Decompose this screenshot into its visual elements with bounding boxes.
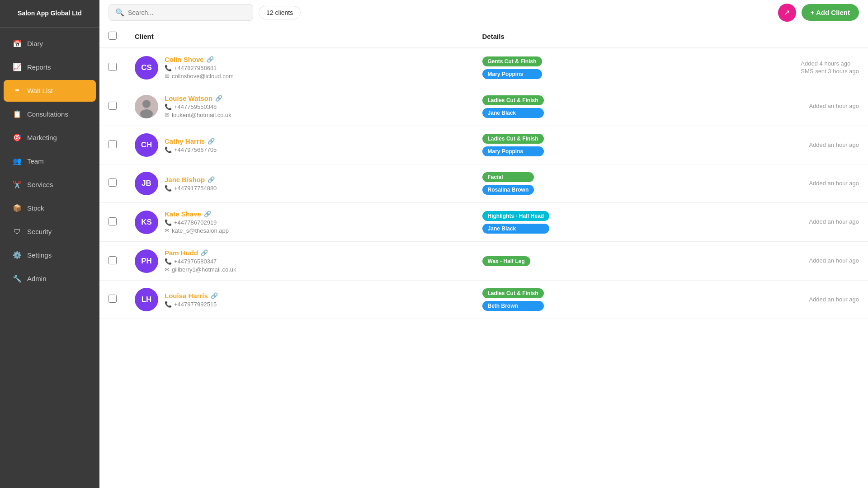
client-name[interactable]: Colin Shove 🔗 [165, 56, 234, 63]
client-cell: CH Cathy Harris 🔗 📞 +447975667705 [135, 133, 464, 157]
client-info: Jane Bishop 🔗 📞 +447917754880 [165, 176, 217, 192]
table-row: KS Kate Shave 🔗 📞 +447786702919 ✉ kate_s… [99, 203, 868, 242]
client-email: ✉ colinshove@icloud.com [165, 73, 234, 80]
row-checkbox-louisa-harris[interactable] [108, 295, 117, 303]
service-tag: Facial [482, 172, 534, 182]
email-icon: ✉ [165, 266, 170, 273]
avatar [135, 95, 158, 118]
client-name[interactable]: Louise Watson 🔗 [165, 94, 231, 102]
search-box[interactable]: 🔍 [108, 4, 253, 21]
sidebar-item-services[interactable]: ✂️ Services [4, 174, 96, 196]
sidebar-item-reports[interactable]: 📈 Reports [4, 56, 96, 78]
row-checkbox-louise-watson[interactable] [108, 102, 117, 110]
sidebar-item-label-marketing: Marketing [27, 134, 57, 141]
avatar: KS [135, 211, 158, 234]
added-text: Added an hour ago [809, 180, 859, 187]
staff-tag: Jane Black [482, 108, 544, 118]
reports-icon: 📈 [13, 63, 22, 72]
staff-tag: Mary Poppins [482, 69, 542, 79]
client-cell: PH Pam Hudd 🔗 📞 +447976580347 ✉ gillberr… [135, 249, 464, 273]
client-name[interactable]: Kate Shave 🔗 [165, 210, 229, 218]
export-button[interactable]: ↗ [778, 4, 796, 22]
client-info: Louisa Harris 🔗 📞 +447977992515 [165, 292, 218, 308]
client-info: Pam Hudd 🔗 📞 +447976580347 ✉ gillberry1@… [165, 249, 236, 273]
sidebar-item-settings[interactable]: ⚙️ Settings [4, 244, 96, 266]
details-cell: Ladies Cut & Finish Jane Black Added an … [482, 95, 859, 118]
client-info: Colin Shove 🔗 📞 +447827968681 ✉ colinsho… [165, 56, 234, 80]
settings-icon: ⚙️ [13, 251, 22, 260]
added-info: Added an hour ago [809, 103, 859, 110]
sidebar-item-waitlist[interactable]: ≡ Wait List [4, 80, 96, 102]
row-checkbox-pam-hudd[interactable] [108, 256, 117, 264]
export-icon: ↗ [784, 8, 790, 17]
marketing-icon: 🎯 [13, 133, 22, 142]
row-checkbox-kate-shave[interactable] [108, 217, 117, 225]
staff-tag: Mary Poppins [482, 146, 544, 156]
added-info: Added an hour ago [809, 180, 859, 188]
client-email: ✉ loukent@hotmail.co.uk [165, 112, 231, 118]
avatar: PH [135, 249, 158, 273]
security-icon: 🛡 [13, 227, 22, 236]
details-cell: Ladies Cut & Finish Beth Brown Added an … [482, 288, 859, 311]
service-tag: Ladies Cut & Finish [482, 288, 544, 298]
client-name[interactable]: Louisa Harris 🔗 [165, 292, 218, 300]
table-row: LH Louisa Harris 🔗 📞 +447977992515 [99, 281, 868, 319]
col-client: Client [126, 25, 473, 48]
added-info: Added an hour ago [809, 257, 859, 265]
row-checkbox-cathy-harris[interactable] [108, 140, 117, 148]
email-icon: ✉ [165, 73, 170, 80]
sidebar-item-label-diary: Diary [27, 40, 43, 47]
stock-icon: 📦 [13, 204, 22, 213]
tags-column: Ladies Cut & Finish Beth Brown [482, 288, 544, 311]
add-client-button[interactable]: + Add Client [802, 4, 859, 21]
select-all-checkbox[interactable] [108, 32, 117, 40]
sidebar-item-label-services: Services [27, 181, 53, 188]
sidebar-item-diary[interactable]: 📅 Diary [4, 33, 96, 55]
added-info: Added 4 hours ago SMS sent 3 hours ago [801, 60, 859, 75]
added-info: Added an hour ago [809, 141, 859, 149]
client-name[interactable]: Pam Hudd 🔗 [165, 249, 236, 257]
client-name[interactable]: Cathy Harris 🔗 [165, 137, 217, 145]
added-text: Added an hour ago [809, 257, 859, 264]
sidebar-item-admin[interactable]: 🔧 Admin [4, 268, 96, 290]
table-row: CH Cathy Harris 🔗 📞 +447975667705 [99, 126, 868, 164]
sidebar-item-stock[interactable]: 📦 Stock [4, 197, 96, 219]
row-checkbox-colin-shove[interactable] [108, 63, 117, 71]
added-text: Added an hour ago [809, 218, 859, 225]
col-details: Details [473, 25, 868, 48]
sidebar-item-marketing[interactable]: 🎯 Marketing [4, 127, 96, 149]
client-info: Louise Watson 🔗 📞 +447759550348 ✉ louken… [165, 94, 231, 118]
avatar: LH [135, 288, 158, 311]
sidebar-item-security[interactable]: 🛡 Security [4, 221, 96, 243]
sidebar: Salon App Global Ltd 📅 Diary 📈 Reports ≡… [0, 0, 99, 488]
sidebar-item-consultations[interactable]: 📋 Consultations [4, 103, 96, 125]
service-tag: Ladies Cut & Finish [482, 95, 544, 105]
client-phone: 📞 +447786702919 [165, 219, 229, 226]
waitlist-icon: ≡ [13, 86, 22, 95]
sidebar-item-label-security: Security [27, 228, 52, 235]
sidebar-item-label-reports: Reports [27, 63, 51, 71]
link-icon: 🔗 [215, 95, 222, 102]
link-icon: 🔗 [207, 56, 214, 63]
client-info: Kate Shave 🔗 📞 +447786702919 ✉ kate_s@th… [165, 210, 229, 234]
client-name[interactable]: Jane Bishop 🔗 [165, 176, 217, 183]
sidebar-item-label-admin: Admin [27, 275, 47, 282]
team-icon: 👥 [13, 157, 22, 166]
client-email: ✉ kate_s@thesalon.app [165, 227, 229, 234]
client-info: Cathy Harris 🔗 📞 +447975667705 [165, 137, 217, 153]
services-icon: ✂️ [13, 180, 22, 189]
tags-column: Facial Rosalina Brown [482, 172, 534, 195]
staff-tag: Jane Black [482, 224, 550, 234]
sidebar-item-team[interactable]: 👥 Team [4, 150, 96, 172]
client-email: ✉ gillberry1@hotmail.co.uk [165, 266, 236, 273]
search-input[interactable] [128, 9, 246, 16]
tags-column: Gents Cut & Finish Mary Poppins [482, 56, 542, 79]
row-checkbox-jane-bishop[interactable] [108, 178, 117, 187]
client-phone: 📞 +447975667705 [165, 146, 217, 153]
details-cell: Highlights - Half Head Jane Black Added … [482, 211, 859, 234]
added-info: Added an hour ago [809, 296, 859, 304]
clients-table: Client Details CS Colin Shove 🔗 📞 [99, 25, 868, 319]
table-row: CS Colin Shove 🔗 📞 +447827968681 ✉ colin… [99, 48, 868, 87]
clients-count-badge: 12 clients [259, 6, 301, 19]
svg-point-2 [140, 109, 153, 118]
